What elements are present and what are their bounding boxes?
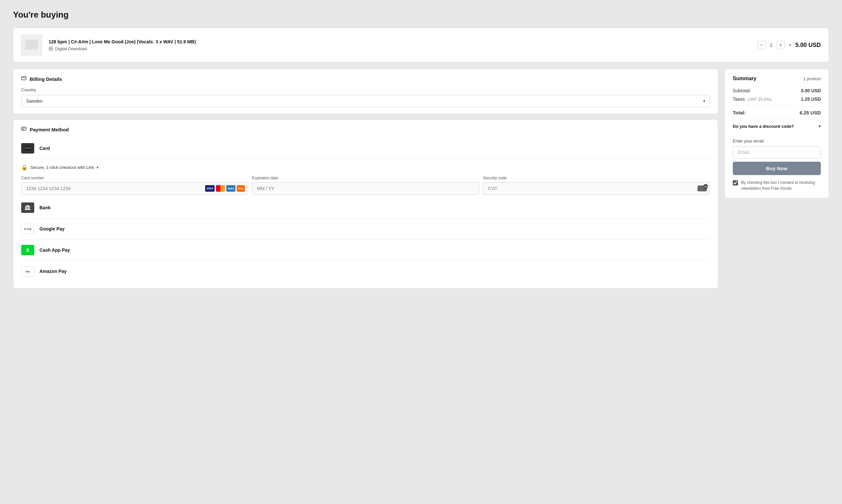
- svg-rect-13: [29, 207, 30, 209]
- card-number-label: Card number: [21, 176, 248, 180]
- summary-header: Summary 1 product: [733, 76, 821, 82]
- product-info: 128 bpm | C#-A#m | Love Me Good (Joe) (V…: [49, 39, 751, 51]
- card-logos: VISA AMEX DISC: [205, 185, 245, 192]
- taxes-value: 1.25 USD: [801, 96, 821, 102]
- email-input[interactable]: [733, 146, 821, 159]
- expiry-field: Expiration date: [252, 176, 479, 195]
- cashapp-icon: $: [21, 245, 34, 255]
- payment-section-header: Payment Method: [21, 126, 710, 133]
- card-label: Card: [39, 146, 50, 151]
- card-payment-option[interactable]: Card: [21, 138, 710, 159]
- mastercard-logo: [216, 185, 225, 192]
- left-panel: Billing Details Country Sweden United St…: [13, 69, 718, 289]
- svg-rect-10: [25, 207, 26, 209]
- amex-logo: AMEX: [226, 185, 235, 192]
- svg-rect-9: [24, 147, 31, 149]
- amazonpay-payment-option[interactable]: pay Amazon Pay: [21, 261, 710, 282]
- product-price: 5.00 USD: [795, 42, 821, 49]
- svg-rect-15: [25, 209, 31, 210]
- googlepay-label: Google Pay: [39, 226, 65, 232]
- svg-rect-7: [22, 129, 24, 130]
- payment-title: Payment Method: [30, 127, 69, 132]
- secure-label: Secure, 1-click checkout with Link: [30, 165, 94, 170]
- cashapp-payment-option[interactable]: $ Cash App Pay: [21, 240, 710, 261]
- billing-section: Billing Details Country Sweden United St…: [13, 69, 718, 114]
- bank-label: Bank: [39, 205, 51, 210]
- consent-text: By checking this box I consent to receiv…: [741, 180, 821, 191]
- discover-logo: DISC: [237, 185, 245, 192]
- discount-code-row[interactable]: Do you have a discount code? ▾: [733, 119, 821, 133]
- product-thumbnail: ♪: [21, 35, 42, 55]
- svg-text:♪: ♪: [31, 43, 32, 46]
- payment-section: Payment Method Card 🔒 Secure, 1-click ch…: [13, 119, 718, 289]
- cvc-input[interactable]: [483, 182, 710, 195]
- cashapp-label: Cash App Pay: [39, 248, 70, 253]
- country-label: Country: [21, 87, 710, 92]
- quantity-decrease-button[interactable]: −: [757, 41, 766, 49]
- subtotal-line: Subtotal: 5.00 USD: [733, 88, 821, 93]
- vat-badge: (VAT 25.0%): [748, 97, 771, 102]
- product-card: ♪ 128 bpm | C#-A#m | Love Me Good (Joe) …: [13, 28, 829, 62]
- svg-rect-11: [26, 207, 28, 209]
- expiry-input[interactable]: [252, 182, 479, 195]
- email-section: Enter your email Buy Now: [733, 139, 821, 175]
- googlepay-icon: G Pay: [21, 223, 34, 234]
- subtotal-label: Subtotal:: [733, 88, 751, 93]
- bank-payment-option[interactable]: Bank: [21, 197, 710, 218]
- price-multiplier: ×: [789, 42, 791, 48]
- total-value: 6.25 USD: [800, 110, 821, 115]
- product-type-label: Digital Download: [55, 46, 87, 51]
- svg-rect-5: [21, 127, 26, 130]
- subtotal-value: 5.00 USD: [801, 88, 821, 93]
- billing-title: Billing Details: [30, 76, 62, 82]
- amazonpay-label: Amazon Pay: [39, 269, 67, 274]
- product-price-row: − 1 + × 5.00 USD: [757, 41, 821, 49]
- product-name: 128 bpm | C#-A#m | Love Me Good (Joe) (V…: [49, 39, 751, 44]
- cvc-field: Security code 135: [483, 176, 710, 195]
- email-section-label: Enter your email: [733, 139, 821, 143]
- total-line: Total: 6.25 USD: [733, 106, 821, 115]
- expiry-label: Expiration date: [252, 176, 479, 180]
- thumbnail-image: ♪: [25, 40, 38, 51]
- discount-label: Do you have a discount code?: [733, 124, 794, 129]
- svg-rect-12: [28, 207, 29, 209]
- amazonpay-icon: pay: [21, 266, 34, 276]
- cvc-label: Security code: [483, 176, 710, 180]
- bank-icon: [21, 202, 34, 213]
- product-count: 1 product: [803, 76, 821, 81]
- newsletter-checkbox[interactable]: [733, 180, 738, 185]
- page-title: You're buying: [13, 10, 829, 20]
- chevron-down-icon: ▾: [96, 165, 98, 170]
- svg-marker-14: [24, 205, 31, 207]
- summary-title: Summary: [733, 76, 756, 82]
- total-label: Total:: [733, 110, 746, 115]
- lock-icon: 🔒: [21, 164, 28, 170]
- card-icon: [21, 143, 34, 154]
- googlepay-payment-option[interactable]: G Pay Google Pay: [21, 218, 710, 240]
- newsletter-consent: By checking this box I consent to receiv…: [733, 180, 821, 191]
- product-type: Digital Download: [49, 46, 751, 51]
- cvc-badge: 135: [703, 184, 708, 189]
- billing-section-header: Billing Details: [21, 76, 710, 82]
- quantity-value: 1: [769, 42, 774, 48]
- country-select[interactable]: Sweden United States United Kingdom Germ…: [21, 95, 710, 107]
- summary-card: Summary 1 product Subtotal: 5.00 USD Tax…: [724, 69, 829, 198]
- secure-checkout-link[interactable]: 🔒 Secure, 1-click checkout with Link ▾: [21, 159, 710, 170]
- quantity-increase-button[interactable]: +: [776, 41, 785, 49]
- taxes-label: Taxes:: [733, 96, 746, 102]
- billing-icon: [21, 76, 26, 82]
- svg-rect-3: [21, 77, 26, 80]
- taxes-line: Taxes: (VAT 25.0%) 1.25 USD: [733, 96, 821, 102]
- country-select-wrapper[interactable]: Sweden United States United Kingdom Germ…: [21, 95, 710, 107]
- discount-chevron-icon: ▾: [819, 124, 821, 129]
- card-number-field: Card number VISA AMEX DISC: [21, 176, 248, 195]
- quantity-controls: − 1 +: [757, 41, 785, 49]
- visa-logo: VISA: [205, 185, 215, 192]
- buy-now-button[interactable]: Buy Now: [733, 162, 821, 175]
- download-icon: [49, 46, 53, 51]
- payment-icon: [21, 126, 26, 133]
- right-panel: Summary 1 product Subtotal: 5.00 USD Tax…: [724, 69, 829, 198]
